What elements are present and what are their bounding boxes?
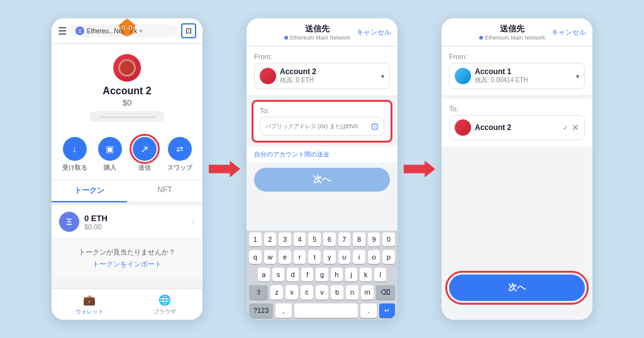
key-v[interactable]: v — [316, 285, 328, 300]
hamburger-menu-icon[interactable]: ☰ — [58, 25, 67, 37]
s3-to-close-icon[interactable]: ✕ — [572, 123, 579, 133]
account-address[interactable]: ────────────── — [89, 111, 165, 122]
key-o[interactable]: o — [368, 250, 380, 264]
s2-next-button[interactable]: 次へ — [254, 168, 390, 192]
eth-token-logo: Ξ — [59, 212, 79, 232]
key-5[interactable]: 5 — [308, 232, 321, 246]
period-key[interactable]: . — [360, 303, 376, 318]
s3-dropdown-arrow-icon: ▾ — [576, 73, 579, 80]
import-section: トークンが見当たりませんか？ トークンをインポート — [52, 239, 203, 278]
buy-button[interactable]: ▣ 購入 — [98, 137, 122, 172]
s2-from-name: Account 2 — [280, 67, 377, 76]
tab-tokens[interactable]: トークン — [52, 180, 127, 202]
key-u[interactable]: u — [338, 250, 351, 264]
key-p[interactable]: p — [382, 250, 395, 264]
key-6[interactable]: 6 — [323, 232, 336, 246]
return-key[interactable]: ↵ — [379, 303, 395, 318]
bottom-nav: 💼 ウォレット 🌐 ブラウザ — [52, 288, 203, 320]
key-c[interactable]: c — [301, 285, 313, 300]
s2-cancel-button[interactable]: キャンセル — [357, 28, 391, 37]
s3-title-block: 送信先 Ethereum Main Network — [473, 23, 552, 41]
screen2: 送信先 Ethereum Main Network キャンセル From: Ac… — [247, 18, 397, 320]
s3-to-avatar — [455, 119, 471, 136]
nav-browser[interactable]: 🌐 ブラウザ — [127, 294, 203, 316]
virtual-keyboard: 1 2 3 4 5 6 7 8 9 0 q w e r t y u i o — [247, 231, 397, 320]
comma-key[interactable]: , — [275, 303, 291, 318]
key-x[interactable]: x — [286, 285, 298, 300]
swap-label: スワップ — [167, 163, 192, 172]
key-9[interactable]: 9 — [368, 232, 380, 246]
key-8[interactable]: 8 — [353, 232, 365, 246]
s3-to-label: To: — [449, 105, 585, 112]
key-k[interactable]: k — [360, 268, 372, 281]
shift-key[interactable]: ⇧ — [249, 285, 268, 300]
key-j[interactable]: j — [345, 268, 357, 281]
keyboard-row-qwerty: q w e r t y u i o p — [247, 248, 397, 266]
browser-nav-label: ブラウザ — [153, 308, 176, 316]
key-q[interactable]: q — [249, 250, 262, 264]
swap-button[interactable]: ⇄ スワップ — [167, 137, 192, 172]
send-button[interactable]: ↗ 送信 — [133, 137, 157, 172]
key-a[interactable]: a — [258, 268, 270, 281]
s2-qr-scan-icon[interactable]: ⊡ — [371, 121, 379, 131]
svg-point-9 — [123, 27, 125, 29]
keyboard-row-bottom: ?123 , . ↵ — [247, 302, 397, 320]
checkmark-icon: ✓ — [563, 124, 568, 131]
qr-scan-button[interactable]: ⊡ — [181, 23, 196, 38]
s3-cancel-button[interactable]: キャンセル — [552, 28, 586, 37]
s2-from-avatar — [260, 68, 276, 84]
num-switch-key[interactable]: ?123 — [249, 303, 273, 318]
key-7[interactable]: 7 — [338, 232, 351, 246]
nav-wallet[interactable]: 💼 ウォレット — [52, 294, 127, 316]
key-4[interactable]: 4 — [294, 232, 306, 246]
key-b[interactable]: b — [331, 285, 343, 300]
space-key[interactable] — [294, 303, 358, 318]
key-y[interactable]: y — [323, 250, 336, 264]
key-r[interactable]: r — [294, 250, 306, 264]
s2-network-label: Ethereum Main Network — [278, 35, 357, 41]
swap-icon: ⇄ — [168, 137, 192, 161]
key-3[interactable]: 3 — [279, 232, 291, 246]
s3-next-btn-container: 次へ — [449, 275, 585, 301]
receive-button[interactable]: ↓ 受け取る — [62, 137, 87, 172]
key-m[interactable]: m — [361, 285, 374, 300]
s2-self-send-link[interactable]: 自分のアカウント間の送金 — [247, 146, 397, 163]
key-0[interactable]: 0 — [382, 232, 395, 246]
key-e[interactable]: e — [279, 250, 291, 264]
key-n[interactable]: n — [346, 285, 358, 300]
list-item[interactable]: Ξ 0 ETH $0.00 › — [52, 205, 203, 239]
account-section: Account 2 $0 ────────────── — [52, 44, 203, 129]
arrow-2 — [404, 156, 435, 182]
key-d[interactable]: d — [287, 268, 299, 281]
avatar-inner — [118, 59, 136, 77]
qr-icon: ⊡ — [186, 26, 192, 35]
wallet-nav-label: ウォレット — [75, 308, 104, 316]
key-i[interactable]: i — [353, 250, 365, 264]
key-f[interactable]: f — [301, 268, 313, 281]
key-2[interactable]: 2 — [264, 232, 277, 246]
s3-from-account-selector[interactable]: Account 1 残高: 0.00414 ETH ▾ — [449, 63, 585, 89]
key-z[interactable]: z — [270, 285, 283, 300]
s2-page-title: 送信先 — [278, 23, 357, 35]
import-token-link[interactable]: トークンをインポート — [59, 259, 195, 269]
tab-nft[interactable]: NFT — [127, 180, 203, 202]
s2-to-address-input[interactable] — [265, 123, 369, 129]
screen1: ☰ Ξ Ethereu...Network ▾ ⊡ Account 2 $0 ─… — [52, 18, 203, 320]
key-h[interactable]: h — [331, 268, 343, 281]
key-l[interactable]: l — [374, 268, 386, 281]
key-t[interactable]: t — [308, 250, 321, 264]
send-label: 送信 — [138, 163, 151, 172]
s3-next-button[interactable]: 次へ — [449, 275, 585, 301]
svg-point-10 — [130, 27, 131, 29]
account-avatar — [113, 54, 141, 82]
buy-label: 購入 — [104, 163, 116, 172]
key-g[interactable]: g — [316, 268, 328, 281]
key-1[interactable]: 1 — [249, 232, 262, 246]
key-s[interactable]: s — [272, 268, 284, 281]
key-w[interactable]: w — [264, 250, 277, 264]
s3-to-section: To: Account 2 ✓ ✕ — [441, 99, 592, 146]
backspace-key[interactable]: ⌫ — [376, 285, 395, 300]
s3-from-balance: 残高: 0.00414 ETH — [475, 76, 572, 85]
token-usd: $0.00 — [84, 223, 192, 231]
s2-from-account-selector[interactable]: Account 2 残高: 0 ETH ▾ — [254, 63, 390, 89]
